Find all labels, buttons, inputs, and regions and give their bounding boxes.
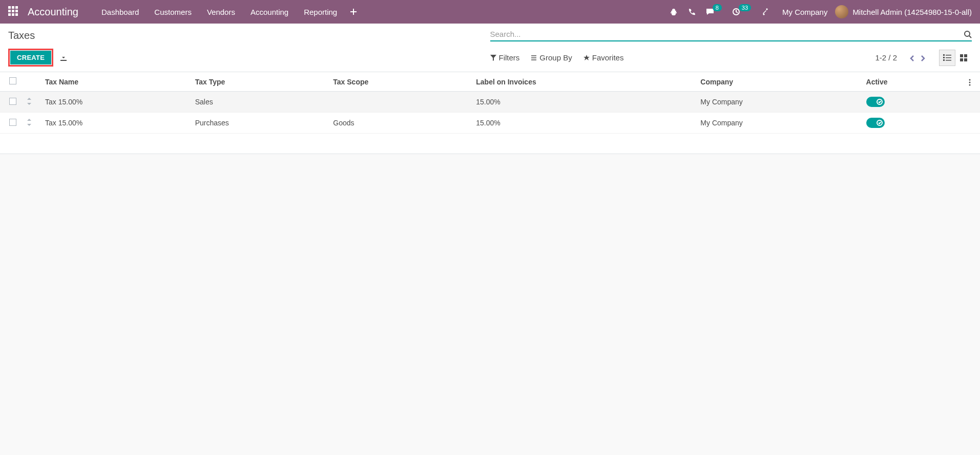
create-button[interactable]: CREATE — [10, 51, 51, 64]
messages-icon[interactable]: 8 — [706, 8, 722, 16]
nav-dashboard[interactable]: Dashboard — [101, 8, 139, 16]
cell-company: My Company — [696, 92, 862, 113]
nav-vendors[interactable]: Vendors — [207, 8, 235, 16]
nav-customers[interactable]: Customers — [154, 8, 192, 16]
search-bar[interactable] — [490, 30, 972, 41]
list-view-icon[interactable] — [939, 50, 955, 66]
cell-company: My Company — [696, 113, 862, 134]
row-checkbox[interactable] — [9, 119, 16, 126]
list-view: Tax Name Tax Type Tax Scope Label on Inv… — [0, 72, 980, 154]
pager-text[interactable]: 1-2 / 2 — [875, 53, 897, 62]
phone-icon[interactable] — [688, 8, 696, 16]
svg-rect-2 — [943, 54, 945, 56]
filters-button[interactable]: Filters — [490, 53, 520, 62]
cell-tax-name: Tax 15.00% — [41, 92, 191, 113]
columns-options-icon[interactable] — [969, 78, 971, 86]
pager-next-icon[interactable] — [921, 52, 926, 63]
active-toggle[interactable] — [866, 97, 885, 107]
active-toggle[interactable] — [866, 118, 885, 128]
favorites-label: Favorites — [592, 53, 624, 62]
svg-rect-8 — [960, 54, 963, 57]
col-active[interactable]: Active — [862, 72, 960, 92]
plus-icon[interactable] — [350, 8, 357, 15]
row-checkbox[interactable] — [9, 98, 16, 105]
control-panel: Taxes CREATE Filters Group By — [0, 24, 980, 72]
groupby-label: Group By — [539, 53, 572, 62]
cell-label: 15.00% — [472, 92, 696, 113]
favorites-button[interactable]: Favorites — [583, 53, 624, 62]
table-row[interactable]: Tax 15.00% Purchases Goods 15.00% My Com… — [0, 113, 980, 134]
cell-tax-type: Purchases — [191, 113, 329, 134]
company-selector[interactable]: My Company — [782, 8, 827, 16]
drag-handle-icon[interactable] — [27, 98, 32, 105]
user-name: Mitchell Admin (14254980-15-0-all) — [852, 8, 972, 16]
svg-rect-10 — [960, 58, 963, 61]
svg-point-1 — [965, 31, 970, 36]
top-navbar: Accounting Dashboard Customers Vendors A… — [0, 0, 980, 24]
nav-accounting[interactable]: Accounting — [251, 8, 288, 16]
table-header-row: Tax Name Tax Type Tax Scope Label on Inv… — [0, 72, 980, 92]
svg-rect-11 — [964, 58, 967, 61]
import-icon[interactable] — [59, 53, 68, 62]
svg-point-13 — [969, 81, 971, 83]
cell-tax-scope — [329, 92, 472, 113]
col-company[interactable]: Company — [696, 72, 862, 92]
cell-tax-name: Tax 15.00% — [41, 113, 191, 134]
table-row[interactable]: Tax 15.00% Sales 15.00% My Company — [0, 92, 980, 113]
activities-icon[interactable]: 33 — [732, 8, 751, 16]
create-highlight: CREATE — [8, 49, 53, 67]
avatar — [835, 5, 848, 18]
cell-tax-type: Sales — [191, 92, 329, 113]
cell-label: 15.00% — [472, 113, 696, 134]
svg-point-14 — [969, 84, 971, 85]
pager-prev-icon[interactable] — [909, 52, 914, 63]
breadcrumb: Taxes — [8, 30, 490, 41]
activities-badge: 33 — [739, 4, 751, 11]
tools-icon[interactable] — [761, 8, 769, 16]
cell-tax-scope: Goods — [329, 113, 472, 134]
apps-icon[interactable] — [8, 6, 19, 17]
svg-rect-5 — [946, 57, 951, 58]
search-icon[interactable] — [964, 30, 972, 38]
filters-label: Filters — [499, 53, 520, 62]
svg-rect-4 — [943, 57, 945, 58]
search-input[interactable] — [490, 30, 960, 38]
svg-rect-9 — [964, 54, 967, 57]
bug-icon[interactable] — [670, 8, 678, 16]
drag-handle-icon[interactable] — [27, 119, 32, 126]
svg-rect-6 — [943, 59, 945, 61]
svg-point-12 — [969, 79, 971, 80]
col-tax-scope[interactable]: Tax Scope — [329, 72, 472, 92]
svg-rect-7 — [946, 60, 951, 61]
svg-rect-3 — [946, 55, 951, 56]
messages-badge: 8 — [713, 4, 722, 11]
nav-reporting[interactable]: Reporting — [304, 8, 337, 16]
user-menu[interactable]: Mitchell Admin (14254980-15-0-all) — [835, 5, 972, 18]
select-all-checkbox[interactable] — [9, 77, 16, 84]
col-label[interactable]: Label on Invoices — [472, 72, 696, 92]
groupby-button[interactable]: Group By — [531, 53, 572, 62]
app-brand[interactable]: Accounting — [28, 6, 78, 18]
col-tax-name[interactable]: Tax Name — [41, 72, 191, 92]
kanban-view-icon[interactable] — [955, 50, 972, 66]
col-tax-type[interactable]: Tax Type — [191, 72, 329, 92]
